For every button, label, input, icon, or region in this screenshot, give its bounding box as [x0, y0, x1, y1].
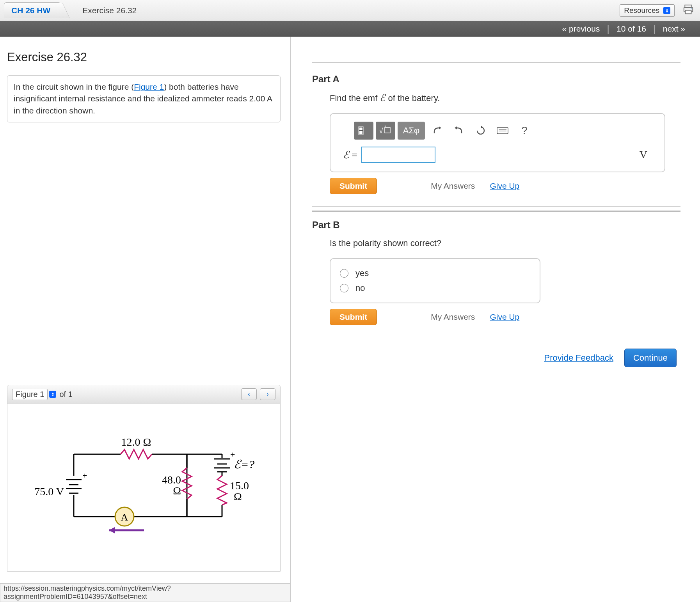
svg-rect-33: [359, 127, 362, 130]
r-right-label: 15.0Ω: [230, 480, 249, 503]
nav-bar: « previous | 10 of 16 | next »: [0, 21, 700, 37]
answer-box-a: √x ΑΣφ ?: [330, 113, 665, 172]
separator: [312, 62, 680, 63]
resources-button[interactable]: Resources: [620, 4, 675, 17]
figure-dropdown-icon[interactable]: [49, 391, 56, 398]
separator: [312, 206, 680, 207]
breadcrumb-bar: CH 26 HW Exercise 26.32 Resources: [0, 0, 700, 21]
sqrt-button[interactable]: √x: [376, 122, 395, 140]
redo-icon: [454, 126, 464, 136]
my-answers-link-a[interactable]: My Answers: [431, 181, 475, 191]
svg-rect-36: [385, 127, 390, 133]
keyboard-button[interactable]: [493, 122, 512, 140]
figure-count: of 1: [59, 390, 72, 399]
status-bar: https://session.masteringphysics.com/myc…: [0, 583, 290, 602]
svg-text:√: √: [379, 126, 383, 135]
prev-button[interactable]: « previous: [555, 24, 607, 34]
v-left-label: 75.0 V: [34, 485, 64, 498]
formula-toolbar: √x ΑΣφ ?: [330, 114, 664, 147]
sqrt-icon: √x: [379, 126, 392, 136]
continue-button[interactable]: Continue: [624, 349, 677, 367]
figure-panel: Figure 1 of 1 ‹ ›: [7, 385, 281, 572]
resources-label: Resources: [624, 6, 659, 15]
keyboard-icon: [497, 126, 508, 135]
svg-text:x: x: [384, 126, 386, 128]
my-answers-link-b[interactable]: My Answers: [431, 312, 475, 322]
redo-button[interactable]: [449, 122, 469, 140]
option-no-label: no: [355, 283, 365, 293]
figure-header: Figure 1 of 1 ‹ ›: [7, 385, 280, 404]
problem-text-pre: In the circuit shown in the figure (: [14, 82, 134, 91]
give-up-link-b[interactable]: Give Up: [490, 312, 519, 322]
provide-feedback-link[interactable]: Provide Feedback: [544, 353, 613, 363]
figure-body: 12.0 Ω + ℰ=?: [7, 404, 280, 571]
ammeter-label: A: [121, 512, 128, 523]
exercise-tab: Exercise 26.32: [71, 3, 148, 18]
part-b-heading: Part B: [312, 211, 680, 230]
svg-marker-38: [439, 126, 441, 129]
svg-text:+: +: [82, 471, 87, 480]
reset-button[interactable]: [471, 122, 490, 140]
radio-no[interactable]: [340, 284, 348, 292]
q-text: of the battery.: [386, 93, 440, 103]
svg-rect-2: [686, 11, 691, 14]
answer-box-b: yes no: [330, 258, 540, 303]
svg-point-3: [691, 9, 692, 10]
print-button[interactable]: [682, 4, 694, 17]
figure-prev-button[interactable]: ‹: [241, 388, 257, 400]
exercise-label: Exercise 26.32: [82, 6, 137, 15]
svg-marker-31: [109, 527, 115, 533]
svg-text:48.0Ω: 48.0Ω: [162, 474, 181, 497]
circuit-diagram: 12.0 Ω + ℰ=?: [27, 427, 261, 540]
svg-rect-41: [497, 127, 508, 134]
problem-statement: In the circuit shown in the figure (Figu…: [7, 75, 281, 122]
q-text: Find the emf: [330, 93, 380, 103]
nav-separator: |: [607, 23, 609, 35]
answer-input-a[interactable]: [361, 147, 435, 163]
unit-label: V: [640, 149, 655, 161]
answer-panel: Part A Find the emf ℰ of the battery. √x…: [291, 37, 700, 602]
print-icon: [682, 4, 694, 15]
part-a-heading: Part A: [312, 66, 680, 85]
help-button[interactable]: ?: [515, 122, 534, 140]
assignment-label: CH 26 HW: [11, 6, 50, 15]
give-up-link-a[interactable]: Give Up: [490, 181, 519, 191]
figure-link[interactable]: Figure 1: [134, 82, 164, 91]
reset-icon: [476, 126, 486, 136]
undo-icon: [432, 126, 442, 136]
dropdown-icon: [663, 7, 670, 14]
part-b-question: Is the polarity shown correct?: [330, 238, 680, 248]
svg-rect-34: [359, 131, 362, 134]
part-a-question: Find the emf ℰ of the battery.: [330, 92, 680, 103]
exercise-title: Exercise 26.32: [7, 50, 281, 64]
figure-next-button[interactable]: ›: [260, 388, 275, 400]
templates-button[interactable]: [354, 122, 373, 140]
position-indicator: 10 of 16: [609, 24, 653, 34]
submit-button-a[interactable]: Submit: [330, 178, 377, 194]
option-yes[interactable]: yes: [340, 266, 530, 281]
figure-selector[interactable]: Figure 1: [12, 389, 48, 400]
emf-label: ℰ=?: [234, 458, 254, 471]
submit-button-b[interactable]: Submit: [330, 309, 377, 325]
svg-marker-39: [455, 126, 457, 129]
templates-icon: [358, 126, 370, 136]
radio-yes[interactable]: [340, 269, 348, 278]
variable-label: ℰ =: [340, 149, 361, 161]
problem-panel: Exercise 26.32 In the circuit shown in t…: [0, 37, 291, 602]
r-top-label: 12.0 Ω: [121, 436, 151, 448]
option-no[interactable]: no: [340, 281, 530, 296]
greek-button[interactable]: ΑΣφ: [398, 122, 425, 140]
option-yes-label: yes: [355, 268, 369, 278]
emf-symbol: ℰ: [380, 93, 386, 103]
next-button[interactable]: next »: [656, 24, 692, 34]
undo-button[interactable]: [427, 122, 447, 140]
assignment-tab[interactable]: CH 26 HW: [4, 2, 61, 18]
nav-separator: |: [653, 23, 656, 35]
